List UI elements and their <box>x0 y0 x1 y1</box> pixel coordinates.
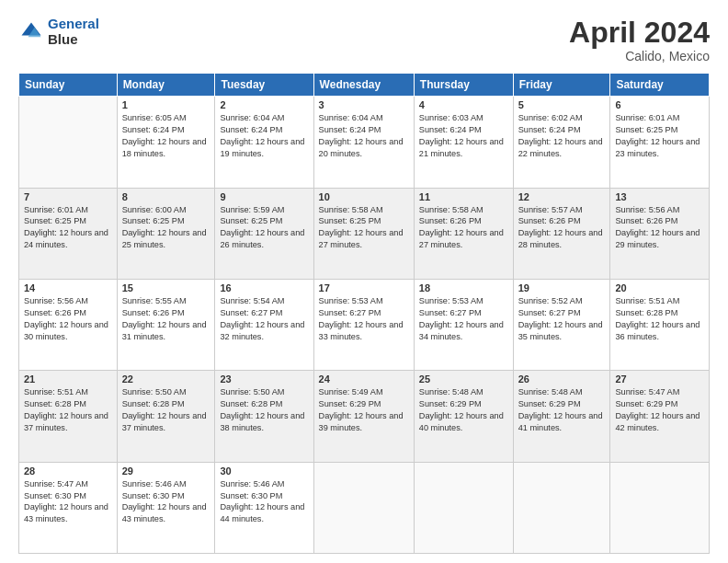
day-number: 2 <box>220 99 308 110</box>
header-monday: Monday <box>117 74 215 97</box>
calendar-table: Sunday Monday Tuesday Wednesday Thursday… <box>18 73 710 554</box>
day-number: 8 <box>122 191 210 202</box>
day-info: Sunrise: 5:57 AMSunset: 6:26 PMDaylight:… <box>518 205 603 250</box>
calendar-day-cell: 9Sunrise: 5:59 AMSunset: 6:25 PMDaylight… <box>215 188 313 279</box>
header-saturday: Saturday <box>610 74 710 97</box>
day-info: Sunrise: 5:59 AMSunset: 6:25 PMDaylight:… <box>220 205 304 250</box>
day-info: Sunrise: 6:00 AMSunset: 6:25 PMDaylight:… <box>122 205 207 250</box>
day-info: Sunrise: 5:53 AMSunset: 6:27 PMDaylight:… <box>319 296 404 341</box>
day-number: 22 <box>122 373 210 385</box>
calendar-day-cell: 27Sunrise: 5:47 AMSunset: 6:29 PMDayligh… <box>610 371 710 462</box>
calendar-day-cell <box>610 462 710 553</box>
day-number: 23 <box>220 373 308 385</box>
day-info: Sunrise: 6:04 AMSunset: 6:24 PMDaylight:… <box>319 113 404 158</box>
day-number: 10 <box>319 191 409 202</box>
page: General Blue April 2024 Calido, Mexico S… <box>0 0 728 563</box>
day-number: 28 <box>24 465 112 477</box>
day-info: Sunrise: 5:55 AMSunset: 6:26 PMDaylight:… <box>122 296 207 341</box>
calendar-day-cell: 19Sunrise: 5:52 AMSunset: 6:27 PMDayligh… <box>513 279 610 370</box>
day-info: Sunrise: 5:50 AMSunset: 6:28 PMDaylight:… <box>122 387 207 432</box>
calendar-day-cell: 25Sunrise: 5:48 AMSunset: 6:29 PMDayligh… <box>414 371 513 462</box>
header-sunday: Sunday <box>19 74 118 97</box>
day-info: Sunrise: 6:05 AMSunset: 6:24 PMDaylight:… <box>122 113 207 158</box>
day-number: 1 <box>122 99 210 110</box>
calendar-day-cell <box>19 97 118 188</box>
day-info: Sunrise: 5:50 AMSunset: 6:28 PMDaylight:… <box>220 387 304 432</box>
day-info: Sunrise: 5:48 AMSunset: 6:29 PMDaylight:… <box>419 387 504 432</box>
calendar-day-cell: 14Sunrise: 5:56 AMSunset: 6:26 PMDayligh… <box>19 279 118 370</box>
calendar-day-cell: 23Sunrise: 5:50 AMSunset: 6:28 PMDayligh… <box>215 371 313 462</box>
calendar-week-row: 1Sunrise: 6:05 AMSunset: 6:24 PMDaylight… <box>19 97 710 188</box>
calendar-day-cell: 21Sunrise: 5:51 AMSunset: 6:28 PMDayligh… <box>19 371 118 462</box>
day-number: 11 <box>419 191 508 202</box>
day-info: Sunrise: 5:47 AMSunset: 6:30 PMDaylight:… <box>24 479 108 524</box>
calendar-day-cell: 12Sunrise: 5:57 AMSunset: 6:26 PMDayligh… <box>513 188 610 279</box>
calendar-day-cell: 6Sunrise: 6:01 AMSunset: 6:25 PMDaylight… <box>610 97 710 188</box>
day-info: Sunrise: 5:51 AMSunset: 6:28 PMDaylight:… <box>615 296 700 341</box>
day-number: 13 <box>615 191 704 202</box>
day-info: Sunrise: 6:03 AMSunset: 6:24 PMDaylight:… <box>419 113 504 158</box>
day-info: Sunrise: 5:51 AMSunset: 6:28 PMDaylight:… <box>24 387 108 432</box>
day-number: 26 <box>518 373 606 385</box>
day-number: 12 <box>518 191 606 202</box>
day-info: Sunrise: 5:49 AMSunset: 6:29 PMDaylight:… <box>319 387 404 432</box>
day-number: 4 <box>419 99 508 110</box>
day-number: 27 <box>615 373 704 385</box>
day-info: Sunrise: 5:47 AMSunset: 6:29 PMDaylight:… <box>615 387 700 432</box>
calendar-day-cell: 13Sunrise: 5:56 AMSunset: 6:26 PMDayligh… <box>610 188 710 279</box>
calendar-week-row: 21Sunrise: 5:51 AMSunset: 6:28 PMDayligh… <box>19 371 710 462</box>
location: Calido, Mexico <box>569 49 710 63</box>
day-info: Sunrise: 5:54 AMSunset: 6:27 PMDaylight:… <box>220 296 304 341</box>
calendar-week-row: 14Sunrise: 5:56 AMSunset: 6:26 PMDayligh… <box>19 279 710 370</box>
calendar-day-cell: 5Sunrise: 6:02 AMSunset: 6:24 PMDaylight… <box>513 97 610 188</box>
logo: General Blue <box>18 17 99 47</box>
day-number: 30 <box>220 465 308 477</box>
day-info: Sunrise: 5:58 AMSunset: 6:26 PMDaylight:… <box>419 205 504 250</box>
day-number: 18 <box>419 282 508 293</box>
day-number: 7 <box>24 191 112 202</box>
day-number: 24 <box>319 373 409 385</box>
calendar-day-cell <box>513 462 610 553</box>
day-info: Sunrise: 5:58 AMSunset: 6:25 PMDaylight:… <box>319 205 404 250</box>
calendar-day-cell <box>414 462 513 553</box>
calendar-day-cell: 15Sunrise: 5:55 AMSunset: 6:26 PMDayligh… <box>117 279 215 370</box>
day-info: Sunrise: 5:48 AMSunset: 6:29 PMDaylight:… <box>518 387 603 432</box>
day-info: Sunrise: 6:01 AMSunset: 6:25 PMDaylight:… <box>24 205 108 250</box>
logo-text: General Blue <box>48 17 99 47</box>
day-info: Sunrise: 5:53 AMSunset: 6:27 PMDaylight:… <box>419 296 504 341</box>
header-wednesday: Wednesday <box>313 74 414 97</box>
calendar-day-cell: 7Sunrise: 6:01 AMSunset: 6:25 PMDaylight… <box>19 188 118 279</box>
calendar-day-cell: 10Sunrise: 5:58 AMSunset: 6:25 PMDayligh… <box>313 188 414 279</box>
calendar-day-cell: 2Sunrise: 6:04 AMSunset: 6:24 PMDaylight… <box>215 97 313 188</box>
calendar-day-cell: 11Sunrise: 5:58 AMSunset: 6:26 PMDayligh… <box>414 188 513 279</box>
day-number: 25 <box>419 373 508 385</box>
calendar-day-cell: 4Sunrise: 6:03 AMSunset: 6:24 PMDaylight… <box>414 97 513 188</box>
day-info: Sunrise: 5:56 AMSunset: 6:26 PMDaylight:… <box>615 205 700 250</box>
header-friday: Friday <box>513 74 610 97</box>
calendar-day-cell: 28Sunrise: 5:47 AMSunset: 6:30 PMDayligh… <box>19 462 118 553</box>
calendar-week-row: 7Sunrise: 6:01 AMSunset: 6:25 PMDaylight… <box>19 188 710 279</box>
day-info: Sunrise: 5:46 AMSunset: 6:30 PMDaylight:… <box>122 479 207 524</box>
day-info: Sunrise: 6:01 AMSunset: 6:25 PMDaylight:… <box>615 113 700 158</box>
day-number: 14 <box>24 282 112 293</box>
calendar-header-row: Sunday Monday Tuesday Wednesday Thursday… <box>19 74 710 97</box>
calendar-day-cell: 8Sunrise: 6:00 AMSunset: 6:25 PMDaylight… <box>117 188 215 279</box>
day-info: Sunrise: 5:52 AMSunset: 6:27 PMDaylight:… <box>518 296 603 341</box>
day-number: 6 <box>615 99 704 110</box>
calendar-day-cell: 20Sunrise: 5:51 AMSunset: 6:28 PMDayligh… <box>610 279 710 370</box>
calendar-day-cell: 30Sunrise: 5:46 AMSunset: 6:30 PMDayligh… <box>215 462 313 553</box>
day-number: 20 <box>615 282 704 293</box>
header-thursday: Thursday <box>414 74 513 97</box>
header-tuesday: Tuesday <box>215 74 313 97</box>
day-info: Sunrise: 6:02 AMSunset: 6:24 PMDaylight:… <box>518 113 603 158</box>
logo-line2: Blue <box>48 31 78 47</box>
calendar-week-row: 28Sunrise: 5:47 AMSunset: 6:30 PMDayligh… <box>19 462 710 553</box>
month-title: April 2024 <box>569 17 710 49</box>
day-number: 19 <box>518 282 606 293</box>
calendar-day-cell: 29Sunrise: 5:46 AMSunset: 6:30 PMDayligh… <box>117 462 215 553</box>
day-number: 17 <box>319 282 409 293</box>
title-block: April 2024 Calido, Mexico <box>569 17 710 63</box>
calendar-day-cell: 26Sunrise: 5:48 AMSunset: 6:29 PMDayligh… <box>513 371 610 462</box>
calendar-day-cell: 3Sunrise: 6:04 AMSunset: 6:24 PMDaylight… <box>313 97 414 188</box>
day-number: 3 <box>319 99 409 110</box>
